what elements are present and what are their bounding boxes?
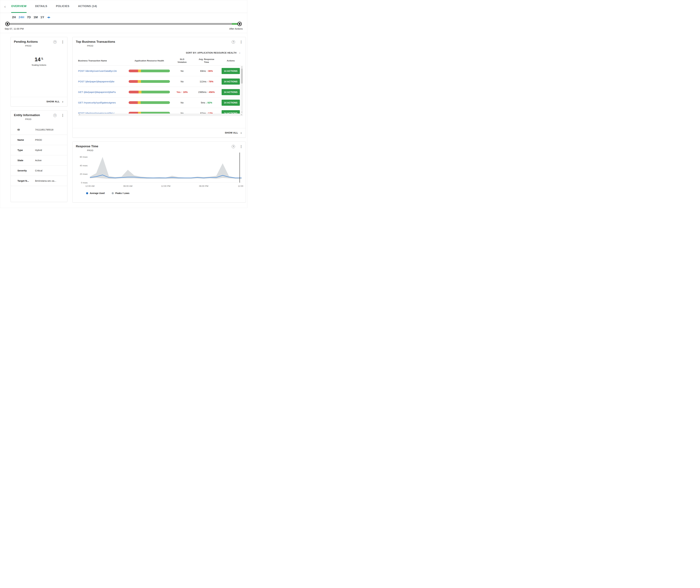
actions-cell: 14 ACTIONS (221, 79, 240, 85)
show-all-link[interactable]: SHOW ALL› (225, 131, 242, 134)
show-all-label: SHOW ALL (225, 131, 238, 134)
slider-handle-start[interactable] (5, 22, 10, 26)
tab-overview[interactable]: OVERVIEW (11, 0, 27, 13)
card-title: Response Time (76, 145, 242, 148)
health-bar (129, 91, 170, 93)
range-1y[interactable]: 1Y (40, 16, 44, 19)
transaction-link[interactable]: POST /jdw/mng/moveincount/list.c (78, 112, 126, 114)
column-header-slo: SLO Violation (176, 58, 188, 64)
help-icon[interactable]: ? (53, 40, 57, 44)
kebab-menu-icon[interactable]: ⋮ (239, 40, 243, 44)
avg-response-time: 83ms↑36% (193, 70, 220, 72)
time-range-row: 2H24H7D1M1Y ◀▶ (12, 16, 243, 19)
response-time-card: Response Time PROD ? ⋮ 0 msec20 msec40 m… (72, 142, 246, 202)
slo-violation: No (172, 70, 192, 72)
card-icons: ? ⋮ (53, 114, 64, 117)
range-24h[interactable]: 24H (19, 16, 24, 19)
entity-row-label: Target N... (17, 179, 35, 182)
entity-row: TypeHybrid (11, 145, 67, 155)
transaction-link[interactable]: POST /identity/user/userDataByLDA (78, 70, 126, 72)
entity-row-label: Type (17, 149, 35, 151)
entity-information-card: Entity Information PROD ? ⋮ ID7411185179… (11, 110, 67, 202)
health-bar (129, 80, 170, 83)
legend-label: Peaks / Lows (115, 192, 129, 194)
health-cell (128, 112, 171, 114)
range-1m[interactable]: 1M (33, 16, 38, 19)
health-segment-green (141, 112, 170, 114)
chart-legend: Average UsedPeaks / Lows (86, 192, 245, 196)
card-footer: SHOW ALL› (73, 128, 245, 138)
tab-policies[interactable]: POLICIES (56, 0, 69, 13)
health-segment-red (129, 101, 138, 104)
pending-actions-body: 14⇅ Scaling Actions (11, 56, 67, 66)
back-chevron-icon[interactable]: ‹ (4, 0, 6, 13)
kebab-menu-icon[interactable]: ⋮ (239, 145, 243, 148)
table-row: GET /jdw/paper/jdwpaperent/jdwPaYes ↑ 18… (78, 87, 240, 97)
tab-actions-14[interactable]: ACTIONS (14) (78, 0, 97, 13)
card-scope: PROD (25, 45, 64, 47)
avg-response-time: 112ms↑78% (193, 80, 220, 83)
table-row: POST /identity/user/userDataByLDANo83ms↑… (78, 66, 240, 76)
response-time-chart: 0 msec20 msec40 msec60 msec12:00 AM06:00… (75, 152, 244, 192)
count-value: 14 (35, 56, 41, 62)
slider-handle-end[interactable] (237, 22, 242, 26)
health-bar (129, 112, 170, 114)
entity-row-value: Hybrid (35, 149, 42, 151)
sort-by-control[interactable]: SORT BY: APPLICATION RESOURCE HEALTH↓ (186, 51, 240, 54)
health-bar (129, 101, 170, 104)
horizontal-scrollbar[interactable]: ◄ ► (78, 114, 243, 116)
health-segment-yellow (138, 91, 141, 93)
table-row: GET /mysecurity/sysif/gateoutgmesNo5ms↓9… (78, 97, 240, 108)
health-segment-red (129, 112, 138, 114)
actions-button[interactable]: 14 ACTIONS (221, 89, 240, 95)
slo-violation: No (172, 101, 192, 104)
entity-row-label: Severity (17, 169, 35, 172)
pending-actions-caption: Scaling Actions (11, 64, 67, 66)
legend-item-average-used[interactable]: Average Used (86, 192, 105, 194)
transaction-link[interactable]: GET /mysecurity/sysif/gateoutgmes (78, 101, 126, 104)
actions-button[interactable]: 14 ACTIONS (221, 110, 240, 114)
actions-button[interactable]: 14 ACTIONS (221, 100, 240, 106)
range-2h[interactable]: 2H (12, 16, 16, 19)
entity-row-value: PROD (35, 138, 42, 141)
scroll-right-icon[interactable]: ► (241, 114, 242, 115)
actions-button[interactable]: 14 ACTIONS (221, 68, 240, 74)
scrollbar-thumb[interactable] (241, 68, 243, 84)
tab-details[interactable]: DETAILS (35, 0, 47, 13)
slider-track[interactable] (7, 23, 240, 25)
entity-row-value: ibminstana.sec.sa... (35, 179, 56, 182)
time-slider[interactable] (5, 21, 242, 26)
help-icon[interactable]: ? (232, 145, 235, 148)
scroll-left-icon[interactable]: ◄ (79, 114, 80, 115)
health-segment-green (141, 80, 170, 83)
trend-up-icon: ↑ (207, 70, 208, 72)
kebab-menu-icon[interactable]: ⋮ (61, 114, 64, 117)
slider-labels: Sep 07, 11:00 PM After Actions (4, 27, 243, 30)
trend-percent: 92% (207, 101, 212, 104)
entity-row-value: Critical (35, 169, 42, 172)
help-icon[interactable]: ? (53, 114, 57, 117)
svg-text:12:00 AM: 12:00 AM (85, 185, 94, 187)
scale-arrow-icon: ⇅ (41, 57, 43, 60)
compare-icon[interactable]: ◀▶ (47, 16, 50, 19)
entity-row: NamePROD (11, 135, 67, 145)
table-rows: POST /identity/user/userDataByLDANo83ms↑… (78, 66, 240, 114)
legend-item-peaks-lows[interactable]: Peaks / Lows (112, 192, 129, 194)
transaction-link[interactable]: POST /jdw/paper/jdwpaperent/jdw (78, 80, 126, 83)
chevron-right-icon: › (62, 100, 63, 103)
actions-button[interactable]: 14 ACTIONS (221, 79, 240, 85)
time-range-selector: 2H24H7D1M1Y (12, 16, 44, 19)
table-row: POST /jdw/paper/jdwpaperent/jdwNo112ms↑7… (78, 76, 240, 87)
vertical-scrollbar[interactable]: ▲ ▼ (241, 66, 243, 114)
show-all-link[interactable]: SHOW ALL› (46, 100, 63, 103)
scroll-down-icon[interactable]: ▼ (241, 111, 242, 114)
health-segment-yellow (138, 112, 141, 114)
help-icon[interactable]: ? (232, 40, 235, 44)
range-7d[interactable]: 7D (27, 16, 31, 19)
kebab-menu-icon[interactable]: ⋮ (61, 40, 64, 44)
transaction-link[interactable]: GET /jdw/paper/jdwpaperent/jdwPa (78, 91, 126, 93)
svg-text:06:00 AM: 06:00 AM (123, 185, 132, 187)
card-title: Top Business Transactions (76, 40, 242, 43)
scroll-up-icon[interactable]: ▲ (241, 66, 242, 68)
actions-cell: 14 ACTIONS (221, 89, 240, 95)
